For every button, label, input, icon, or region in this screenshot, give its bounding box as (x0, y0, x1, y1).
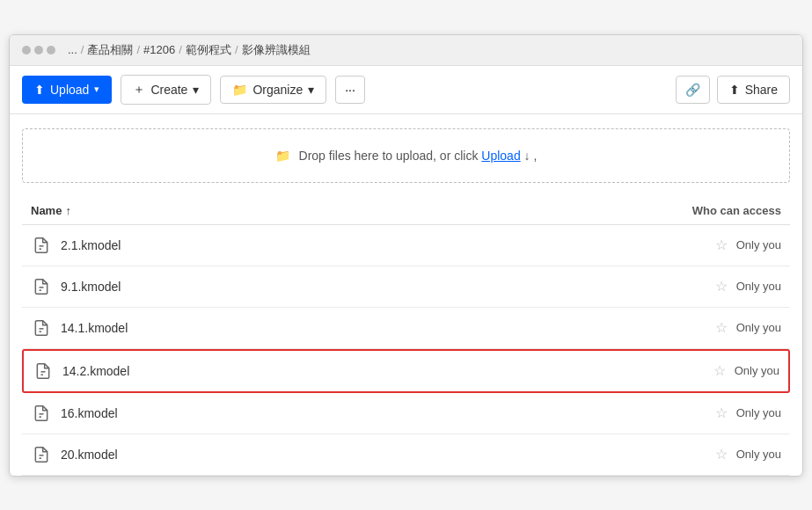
file-icon (31, 444, 52, 465)
file-icon (31, 317, 52, 339)
file-row[interactable]: 16.kmodel ☆ Only you (22, 393, 790, 434)
breadcrumb-sep-4: / (235, 43, 238, 56)
star-icon[interactable]: ☆ (715, 446, 728, 463)
dropzone-icon: 📁 (275, 149, 290, 163)
breadcrumb-dots[interactable]: ... (68, 43, 77, 56)
star-icon[interactable]: ☆ (713, 362, 726, 379)
breadcrumb-item-3[interactable]: 範例程式 (186, 42, 231, 58)
folder-icon: 📁 (232, 83, 247, 97)
file-row[interactable]: 20.kmodel ☆ Only you (22, 434, 790, 476)
breadcrumb-sep-3: / (179, 43, 182, 56)
sort-icon[interactable]: ↑ (65, 204, 71, 217)
file-name: 14.2.kmodel (62, 364, 604, 378)
create-button[interactable]: ＋ Create ▾ (121, 75, 211, 105)
file-icon (33, 361, 54, 382)
file-row[interactable]: 2.1.kmodel ☆ Only you (22, 225, 790, 266)
col-name-header: Name ↑ (31, 204, 605, 217)
access-label: Only you (735, 364, 779, 377)
upload-icon: ⬆ (34, 83, 45, 97)
file-access: ☆ Only you (605, 278, 781, 295)
star-icon[interactable]: ☆ (715, 404, 728, 421)
link-button[interactable]: 🔗 (676, 76, 710, 104)
star-icon[interactable]: ☆ (715, 319, 728, 336)
toolbar: ⬆ Upload ▾ ＋ Create ▾ 📁 Organize ▾ ··· 🔗… (10, 66, 802, 114)
link-icon: 🔗 (685, 83, 700, 97)
file-access: ☆ Only you (605, 446, 781, 463)
star-icon[interactable]: ☆ (715, 278, 728, 295)
more-button[interactable]: ··· (335, 76, 365, 104)
breadcrumb-item-1[interactable]: 產品相關 (87, 42, 133, 58)
dropzone-text-suffix: ↓ , (524, 149, 538, 163)
breadcrumb-item-4[interactable]: 影像辨識模組 (242, 42, 311, 58)
access-label: Only you (736, 321, 781, 334)
file-name: 14.1.kmodel (61, 321, 605, 335)
access-label: Only you (736, 448, 781, 461)
file-name: 2.1.kmodel (61, 238, 605, 252)
window-controls (22, 46, 55, 55)
upload-label: Upload (50, 83, 89, 97)
access-label: Only you (736, 280, 781, 293)
dropzone-text-prefix: Drop files here to upload, or click (299, 149, 482, 163)
file-list-header: Name ↑ Who can access (22, 197, 790, 225)
file-rows-container: 2.1.kmodel ☆ Only you 9.1.kmodel ☆ Only … (22, 225, 790, 476)
share-label: Share (745, 83, 778, 97)
file-access: ☆ Only you (605, 237, 781, 253)
file-icon (31, 403, 52, 424)
dot-1 (22, 46, 31, 55)
breadcrumb-item-2[interactable]: #1206 (143, 43, 175, 56)
titlebar: ... / 產品相關 / #1206 / 範例程式 / 影像辨識模組 (10, 35, 802, 66)
more-label: ··· (345, 83, 355, 97)
share-button[interactable]: ⬆ Share (717, 76, 790, 104)
file-row[interactable]: 9.1.kmodel ☆ Only you (22, 266, 790, 308)
access-label: Only you (736, 406, 781, 419)
breadcrumb-sep-2: / (136, 43, 140, 56)
file-name: 20.kmodel (61, 448, 605, 462)
create-chevron: ▾ (193, 83, 199, 97)
file-access: ☆ Only you (605, 319, 781, 336)
share-icon: ⬆ (729, 83, 740, 97)
file-access: ☆ Only you (605, 404, 781, 421)
file-icon (31, 235, 52, 256)
file-access: ☆ Only you (604, 362, 779, 379)
create-label: Create (150, 83, 187, 97)
breadcrumb-sep-1: / (81, 43, 84, 56)
app-window: ... / 產品相關 / #1206 / 範例程式 / 影像辨識模組 ⬆ Upl… (9, 34, 803, 477)
dot-3 (47, 46, 55, 55)
file-list: Name ↑ Who can access 2.1.kmodel ☆ Only … (10, 197, 802, 476)
breadcrumb: ... / 產品相關 / #1206 / 範例程式 / 影像辨識模組 (68, 42, 311, 58)
star-icon[interactable]: ☆ (715, 237, 728, 253)
create-icon: ＋ (133, 82, 145, 98)
upload-chevron: ▾ (94, 84, 99, 95)
col-access-header: Who can access (605, 204, 781, 217)
file-name: 16.kmodel (61, 406, 605, 420)
file-name: 9.1.kmodel (61, 280, 605, 294)
upload-button[interactable]: ⬆ Upload ▾ (22, 76, 112, 104)
access-label: Only you (736, 238, 781, 251)
file-row[interactable]: 14.2.kmodel ☆ Only you (22, 349, 790, 393)
toolbar-right: 🔗 ⬆ Share (676, 76, 790, 104)
dropzone[interactable]: 📁 Drop files here to upload, or click Up… (22, 128, 790, 183)
organize-button[interactable]: 📁 Organize ▾ (220, 76, 326, 104)
dropzone-upload-link[interactable]: Upload (481, 149, 520, 163)
col-name-label: Name (31, 204, 62, 217)
organize-chevron: ▾ (308, 83, 314, 97)
organize-label: Organize (252, 83, 303, 97)
file-row[interactable]: 14.1.kmodel ☆ Only you (22, 308, 790, 349)
file-icon (31, 276, 52, 297)
dot-2 (34, 46, 43, 55)
